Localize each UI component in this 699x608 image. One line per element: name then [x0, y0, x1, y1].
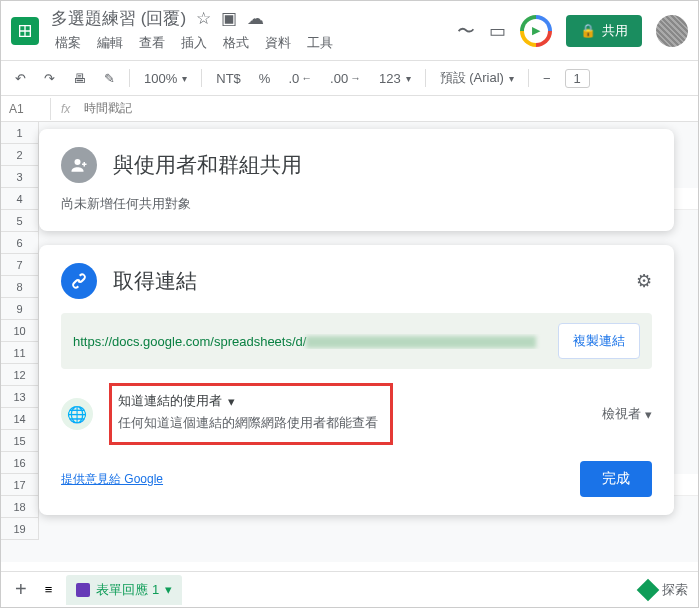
- font-size[interactable]: 1: [565, 69, 590, 88]
- lock-icon: 🔒: [580, 23, 596, 38]
- name-box[interactable]: A1: [1, 98, 51, 120]
- formula-input[interactable]: 時間戳記: [80, 96, 698, 121]
- undo-icon[interactable]: ↶: [11, 69, 30, 88]
- chevron-down-icon[interactable]: ▾: [228, 394, 235, 409]
- access-highlight-box: 知道連結的使用者 ▾ 任何知道這個連結的網際網路使用者都能查看: [109, 383, 393, 445]
- star-icon[interactable]: ☆: [196, 8, 211, 29]
- link-blur: [306, 336, 536, 348]
- gear-icon[interactable]: ⚙: [636, 270, 652, 292]
- role-dropdown[interactable]: 檢視者 ▾: [602, 405, 652, 423]
- chevron-down-icon: ▾: [645, 407, 652, 422]
- get-link-card: 取得連結 ⚙ https://docs.google.com/spreadshe…: [39, 245, 674, 515]
- number-format-button[interactable]: 123: [375, 69, 415, 88]
- all-sheets-icon[interactable]: ≡: [41, 580, 57, 599]
- row-header[interactable]: 4: [1, 188, 39, 210]
- row-header[interactable]: 5: [1, 210, 39, 232]
- font-select[interactable]: 預設 (Arial): [436, 67, 518, 89]
- row-header[interactable]: 12: [1, 364, 39, 386]
- share-button[interactable]: 🔒 共用: [566, 15, 642, 47]
- menu-format[interactable]: 格式: [219, 32, 253, 54]
- row-header[interactable]: 6: [1, 232, 39, 254]
- row-header[interactable]: 16: [1, 452, 39, 474]
- menu-edit[interactable]: 編輯: [93, 32, 127, 54]
- row-header[interactable]: 10: [1, 320, 39, 342]
- zoom-select[interactable]: 100%: [140, 69, 191, 88]
- paint-format-icon[interactable]: ✎: [100, 69, 119, 88]
- cloud-icon[interactable]: ☁: [247, 8, 264, 29]
- currency-button[interactable]: NT$: [212, 69, 245, 88]
- comment-icon[interactable]: ▭: [489, 20, 506, 42]
- menu-bar: 檔案 編輯 查看 插入 格式 資料 工具: [51, 32, 457, 54]
- menu-insert[interactable]: 插入: [177, 32, 211, 54]
- share-people-card: 與使用者和群組共用 尚未新增任何共用對象: [39, 129, 674, 231]
- form-icon: [76, 583, 90, 597]
- explore-button[interactable]: 探索: [662, 581, 688, 599]
- percent-button[interactable]: %: [255, 69, 275, 88]
- row-header[interactable]: 18: [1, 496, 39, 518]
- share-subtitle: 尚未新增任何共用對象: [61, 195, 652, 213]
- history-icon[interactable]: 〜: [457, 19, 475, 43]
- sheet-tab[interactable]: 表單回應 1 ▾: [66, 575, 182, 605]
- menu-data[interactable]: 資料: [261, 32, 295, 54]
- globe-icon: 🌐: [61, 398, 93, 430]
- svg-point-0: [75, 159, 81, 165]
- toolbar: ↶ ↷ 🖶 ✎ 100% NT$ % .0← .00→ 123 預設 (Aria…: [1, 61, 698, 96]
- sheets-logo[interactable]: [11, 17, 39, 45]
- row-header[interactable]: 1: [1, 122, 39, 144]
- print-icon[interactable]: 🖶: [69, 69, 90, 88]
- meet-icon[interactable]: ▶: [520, 15, 552, 47]
- link-icon: [61, 263, 97, 299]
- row-header[interactable]: 9: [1, 298, 39, 320]
- share-title: 與使用者和群組共用: [113, 151, 302, 179]
- add-sheet-button[interactable]: +: [11, 576, 31, 603]
- access-scope-dropdown[interactable]: 知道連結的使用者: [118, 392, 222, 410]
- row-header[interactable]: 3: [1, 166, 39, 188]
- avatar[interactable]: [656, 15, 688, 47]
- done-button[interactable]: 完成: [580, 461, 652, 497]
- doc-title[interactable]: 多選題練習 (回覆): [51, 7, 186, 30]
- row-header[interactable]: 7: [1, 254, 39, 276]
- row-header[interactable]: 14: [1, 408, 39, 430]
- row-header[interactable]: 19: [1, 518, 39, 540]
- access-description: 任何知道這個連結的網際網路使用者都能查看: [118, 414, 378, 432]
- chevron-down-icon[interactable]: ▾: [165, 582, 172, 597]
- redo-icon[interactable]: ↷: [40, 69, 59, 88]
- increase-decimal-button[interactable]: .00→: [326, 69, 365, 88]
- fx-icon: fx: [51, 102, 80, 116]
- row-header[interactable]: 8: [1, 276, 39, 298]
- get-link-title: 取得連結: [113, 267, 197, 295]
- person-add-icon: [61, 147, 97, 183]
- menu-tools[interactable]: 工具: [303, 32, 337, 54]
- menu-view[interactable]: 查看: [135, 32, 169, 54]
- row-header[interactable]: 2: [1, 144, 39, 166]
- copy-link-button[interactable]: 複製連結: [558, 323, 640, 359]
- font-size-decrease[interactable]: −: [539, 69, 555, 88]
- link-url[interactable]: https://docs.google.com/spreadsheets/d/: [73, 334, 548, 349]
- row-header[interactable]: 13: [1, 386, 39, 408]
- move-icon[interactable]: ▣: [221, 8, 237, 29]
- row-header[interactable]: 11: [1, 342, 39, 364]
- decrease-decimal-button[interactable]: .0←: [284, 69, 316, 88]
- explore-icon: [637, 578, 660, 601]
- menu-file[interactable]: 檔案: [51, 32, 85, 54]
- row-header[interactable]: 15: [1, 430, 39, 452]
- row-header[interactable]: 17: [1, 474, 39, 496]
- feedback-link[interactable]: 提供意見給 Google: [61, 471, 163, 488]
